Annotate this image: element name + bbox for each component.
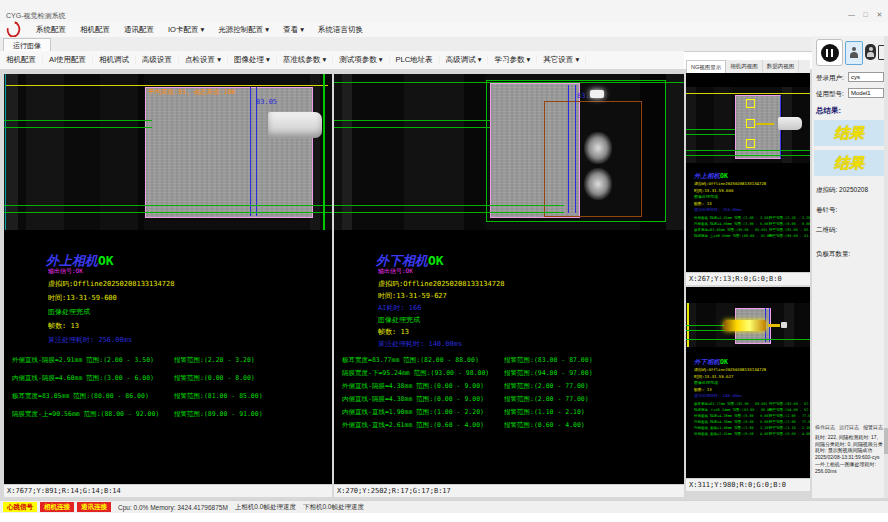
measurement-value: 极耳宽度=83.05mm 范围:(80.00 - 86.00) — [694, 228, 768, 232]
alarm-range: 报警范围:(0.60 - 4.00) — [769, 432, 810, 437]
alarm-range: 报警范围:(94.00 - 97.00) — [504, 369, 593, 378]
operator-dark-icon — [865, 44, 876, 60]
measurement-value: 内侧直线-隔膜=4.60mm 范围:(3.00 - 6.00) — [694, 222, 770, 226]
ref-line — [686, 129, 735, 130]
toolbar-item[interactable]: 测试项参数 ▾ — [333, 55, 389, 65]
baseline-yellow — [686, 93, 810, 94]
baseline-yellow — [6, 85, 328, 86]
login-input[interactable]: cys — [848, 72, 884, 82]
ref-line — [686, 155, 810, 156]
measurement-row: 内侧直线-隔膜=4.60mm 范围:(3.00 - 6.00) 报警范围:(0.… — [12, 374, 328, 392]
menu-item[interactable]: 相机配置 — [73, 25, 117, 35]
measurement-value: 隔膜宽度-下=95.24mm 范围:(93.00 - 98.00) — [694, 408, 773, 412]
toolbar-item[interactable]: 高级调试 ▾ — [440, 55, 489, 65]
measurement-row: 内侧直线-隔膜=4.38mm 范围:(0.00 - 9.00) 报警范围:(2.… — [342, 395, 680, 408]
user-icon — [849, 47, 859, 59]
connector-tab — [778, 117, 802, 130]
camera-thumb-lower — [686, 303, 810, 347]
measurement-row: 外侧直线-直线=2.61mm 范围:(0.60 - 4.00) 报警范围:(0.… — [694, 432, 810, 438]
log-tab[interactable]: 操作日志 — [815, 424, 839, 430]
toolbar-item[interactable]: 相机调试 — [93, 55, 136, 65]
alarm-range: 报警范围:(81.00 - 85.00) — [174, 392, 263, 401]
maximize-button[interactable]: □ — [859, 10, 872, 20]
measurement-value: 外侧直线-直线=2.61mm 范围:(0.60 - 4.00) — [694, 432, 770, 436]
toolbar-items: 相机配置AI使用配置相机调试高级设置点检设置 ▾图像处理 ▾基准线参数 ▾测试项… — [0, 55, 586, 65]
total-result-label: 总结果: — [816, 106, 841, 116]
measurement-row: 隔膜宽度-下=95.24mm 范围:(93.00 - 98.00) 报警范围:(… — [342, 369, 680, 382]
mini-overlay-upper: 外上相机OK 虚拟码:Offline20250208133134728 时间:1… — [694, 171, 810, 240]
status-bar: 心跳信号 相机连接 通讯连接 Cpu: 0.0% Memory: 3424.41… — [0, 500, 888, 513]
camera-name: 外下相机OK — [694, 357, 810, 366]
toolbar-item[interactable]: 基准线参数 ▾ — [277, 55, 333, 65]
side-view-tab[interactable]: 相机内视图 — [726, 60, 763, 73]
app-window: CYG-视觉检测系统 — □ ✕ 系统配置相机配置通讯配置IO卡配置 ▾光源控制… — [0, 0, 888, 522]
ai-time: AI耗时: 166 — [378, 303, 422, 313]
scrollbar-thumb[interactable] — [884, 428, 888, 454]
camera-thumb-upper — [686, 87, 810, 163]
ref-line — [4, 127, 152, 128]
toolbar-item[interactable]: 相机配置 — [0, 55, 43, 65]
measurement-value: 内侧直线-隔膜=4.60mm 范围:(3.00 - 6.00) — [12, 374, 154, 382]
toolbar-item[interactable]: 其它设置 ▾ — [537, 55, 586, 65]
side-view-tab[interactable]: 数据内视图 — [763, 60, 800, 73]
time-text: 时间:13-31-59-600 — [48, 293, 117, 303]
alarm-range: 报警范围:(1.10 - 2.10) — [504, 408, 585, 417]
menu-item[interactable]: 系统配置 — [29, 25, 73, 35]
ng-view-upper[interactable]: 外上相机OK 虚拟码:Offline20250208133134728 时间:1… — [686, 73, 810, 272]
camera-image-upper: 平均灰值:93, 动态灰值:100 83.05 — [4, 74, 332, 230]
toolbar-item[interactable]: 图像处理 ▾ — [228, 55, 277, 65]
barcode-text: 虚拟码:Offline20250208133134728 — [694, 181, 810, 187]
sidebar-scrollbar[interactable] — [884, 36, 888, 498]
menu-item[interactable]: 通讯配置 — [117, 25, 161, 35]
mini-measurement-list: 极耳宽度=83.77mm 范围:(82.00 - 88.00) 报警范围:(83… — [694, 402, 810, 438]
neg-tab-count-label: 负极耳数量: — [816, 250, 850, 259]
virtual-code: 虚拟码: 20250208 — [816, 186, 868, 195]
operator-button[interactable] — [864, 41, 877, 63]
camera-view-lower[interactable]: AI检测区域 83.77 外下相机OK 输出信号:OK 虚拟码:Offline2… — [334, 74, 684, 484]
measurement-value: 内侧直线-隔膜=4.38mm 范围:(0.00 - 9.00) — [694, 420, 770, 424]
menu-item[interactable]: IO卡配置 ▾ — [161, 25, 211, 35]
minimize-button[interactable]: — — [845, 10, 858, 20]
alarm-range: 报警范围:(0.60 - 4.00) — [504, 421, 585, 430]
measurement-list-lower: 极耳宽度=83.77mm 范围:(82.00 - 88.00) 报警范围:(83… — [342, 356, 680, 434]
ref-line — [686, 339, 810, 340]
log-tabs: 操作日志运行日志报警日志 — [815, 424, 887, 430]
camera-name-text: 外下相机 — [694, 358, 720, 366]
measurement-value: 外侧直线-隔膜=4.38mm 范围:(0.00 - 9.00) — [342, 382, 484, 390]
ref-line — [4, 120, 152, 121]
measurement-row: 外侧直线-隔膜=4.38mm 范围:(0.00 - 9.00) 报警范围:(2.… — [342, 382, 680, 395]
mark-dash — [756, 123, 774, 125]
process-time: 算法处理耗时: 140.00ms — [378, 339, 462, 349]
time-text: 时间:13-31-59-627 — [378, 291, 447, 301]
menu-item[interactable]: 查看 ▾ — [276, 25, 311, 35]
tab-run-image[interactable]: 运行图像 — [3, 38, 51, 51]
time-text: 时间:13-31-59-627 — [694, 374, 810, 380]
log-panel[interactable]: 耗时: 222, 间隔检测耗时: 17, 间隔分类耗时: 0, 间隔视频分类耗时… — [815, 434, 883, 494]
ref-line — [686, 134, 735, 135]
toolbar-item[interactable]: AI使用配置 — [43, 55, 93, 65]
menu-item[interactable]: 光源控制配置 ▾ — [211, 25, 276, 35]
measurement-value: 极耳宽度=83.77mm 范围:(82.00 - 88.00) — [694, 402, 768, 406]
camera-view-upper[interactable]: 平均灰值:93, 动态灰值:100 83.05 外上相机OK 输出信号:OK 虚… — [4, 74, 332, 484]
result-ok: OK — [720, 172, 728, 180]
result-ok: OK — [720, 358, 728, 366]
measurement-value: 内侧直线-隔膜=4.38mm 范围:(0.00 - 9.00) — [342, 395, 484, 403]
toolbar-item[interactable]: 点检设置 ▾ — [179, 55, 228, 65]
close-button[interactable]: ✕ — [873, 10, 886, 20]
model-input[interactable]: Model1 — [848, 88, 884, 98]
ref-line — [334, 205, 564, 206]
log-tab[interactable]: 运行日志 — [839, 424, 863, 430]
frame-count: 帧数: 13 — [694, 387, 810, 393]
pause-button[interactable] — [816, 39, 843, 66]
frame-count: 帧数: 13 — [378, 327, 409, 337]
process-status: 图像处理完成 — [694, 194, 810, 200]
toolbar-item[interactable]: 高级设置 — [136, 55, 179, 65]
menu-item[interactable]: 系统语言切换 — [311, 25, 370, 35]
ref-line — [334, 212, 564, 213]
side-view-tab[interactable]: NG视图显示 — [686, 60, 726, 73]
user-button[interactable] — [845, 41, 863, 65]
toolbar-item[interactable]: PLC地址表 — [390, 55, 440, 65]
coord-bar-ng-upper: X:267;Y:13;R:0;G:0;B:0 — [686, 272, 810, 285]
ng-view-lower[interactable]: 外下相机OK 虚拟码:Offline20250208133134728 时间:1… — [686, 287, 810, 478]
toolbar-item[interactable]: 学习参数 ▾ — [488, 55, 537, 65]
